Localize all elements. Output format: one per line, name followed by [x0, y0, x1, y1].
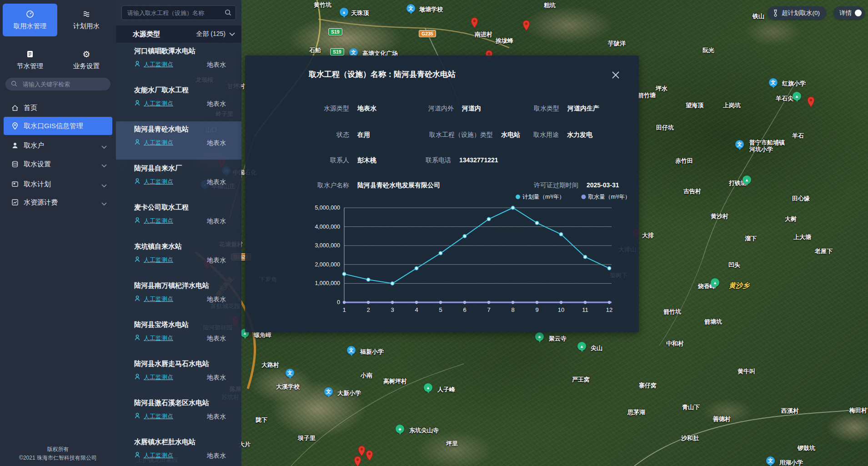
monitor-tag[interactable]: 人工监测点 — [144, 451, 173, 460]
map-marker-school[interactable]: 文 — [766, 456, 775, 465]
chevron-down-icon[interactable] — [101, 181, 107, 189]
nav-tile-取用水管理[interactable]: 取用水管理 — [3, 4, 57, 36]
monitor-tag[interactable]: 人工监测点 — [144, 295, 173, 303]
map-marker-school[interactable]: 文 — [286, 369, 294, 377]
map-marker-red[interactable] — [807, 96, 815, 109]
map-label: 羊石尖 — [776, 95, 793, 102]
list-item[interactable]: 陆河县宝塔水电站 人工监测点 地表水 — [116, 317, 241, 355]
nav-tile-计划用水[interactable]: 计划用水 — [59, 4, 114, 36]
map-marker-green[interactable]: ▲ — [577, 342, 586, 351]
chevron-down-icon[interactable] — [101, 143, 107, 150]
water-type: 地表水 — [207, 61, 226, 69]
sidebar-item-取水口GIS信息管理[interactable]: 取水口GIS信息管理 — [0, 117, 116, 135]
field-label: 取水类型 — [469, 105, 559, 113]
water-type: 地表水 — [207, 100, 226, 108]
list-item[interactable]: 麦卡公司取水工程 人工监测点 地表水 — [116, 200, 241, 238]
monitor-tag[interactable]: 人工监测点 — [144, 412, 173, 421]
map-marker-school[interactable]: 文 — [406, 4, 415, 13]
search-icon[interactable] — [225, 9, 231, 16]
svg-text:11: 11 — [582, 306, 588, 313]
field-联系电话: 联系电话 13432771221 — [361, 156, 498, 165]
svg-text:计划量（m³/年）: 计划量（m³/年） — [522, 194, 565, 200]
intake-name: 东坑镇自来水站 — [134, 242, 182, 251]
svg-text:5: 5 — [439, 306, 442, 313]
monitor-tag[interactable]: 人工监测点 — [144, 60, 173, 69]
pin-glyph: ▲ — [580, 344, 584, 349]
map-label: 吉告村 — [683, 188, 701, 195]
intake-name: 陆河县宝塔水电站 — [134, 321, 189, 329]
map-label: 思茅湖 — [627, 409, 645, 416]
map-marker-green[interactable]: ▲ — [743, 175, 751, 184]
map-label: 小南 — [361, 372, 372, 379]
map-marker-green[interactable]: ▲ — [793, 92, 801, 100]
list-item[interactable]: 陆河县南万镇杞洋水电站 人工监测点 地表水 — [116, 278, 241, 316]
sidebar-item-首页[interactable]: 首页 — [0, 99, 116, 117]
pin-glyph: ▲ — [795, 94, 799, 99]
chevron-down-icon[interactable] — [101, 200, 107, 207]
intake-name: 陆河县水唇走马石水电站 — [134, 360, 209, 368]
field-value: 陆河县青砼水电发展有限公司 — [357, 181, 440, 189]
keyword-search-input[interactable] — [5, 78, 110, 90]
monitor-tag[interactable]: 人工监测点 — [144, 139, 173, 147]
over-plan-intake-button[interactable]: 超计划取水(0) — [768, 6, 826, 20]
chevron-down-icon[interactable] — [101, 161, 107, 169]
sidebar-item-取水设置[interactable]: 取水设置 — [0, 155, 116, 173]
map-marker-school[interactable]: 文 — [324, 387, 333, 396]
map-label: 坪水 — [656, 85, 667, 92]
map-marker-blue[interactable]: ▲ — [340, 8, 348, 16]
filter-value[interactable]: 全部 (125) — [196, 30, 226, 38]
intake-search-input[interactable] — [121, 5, 236, 20]
field-水源类型: 水源类型 地表水 — [259, 105, 376, 113]
copyright-line1: 版权所有 — [0, 445, 116, 454]
map-marker-school[interactable]: 文 — [769, 78, 778, 87]
nav-tile-节水管理[interactable]: 节水管理 — [3, 44, 57, 76]
monitor-tag[interactable]: 人工监测点 — [144, 217, 173, 225]
close-icon[interactable] — [611, 70, 621, 80]
list-item[interactable]: 陆河县青砼水电站 人工监测点 地表水 — [116, 121, 241, 160]
map-marker-red[interactable] — [354, 456, 361, 466]
map-marker-tree[interactable]: ♣ — [535, 332, 544, 341]
sidebar-item-取水计划[interactable]: 取水计划 — [0, 175, 116, 193]
water-type: 地表水 — [207, 178, 226, 186]
detail-toggle[interactable]: 详情 — [833, 6, 865, 20]
field-取水类型: 取水类型 河道内生产 — [469, 105, 599, 113]
intake-name: 陆河县青砼水电站 — [134, 125, 189, 134]
map-marker-school[interactable]: 文 — [347, 346, 356, 355]
map-marker-tree[interactable]: ♣ — [396, 425, 404, 433]
field-value: 水力发电 — [567, 131, 592, 138]
intake-detail-modal: 取水工程（设施）名称：陆河县青砼水电站 水源类型 地表水河道内外 河道内取水类型… — [245, 55, 639, 332]
map-marker-red[interactable] — [471, 17, 478, 30]
nav-tile-业务设置[interactable]: ⚙ 业务设置 — [59, 44, 114, 76]
person-icon — [134, 256, 140, 264]
monitor-tag[interactable]: 人工监测点 — [144, 373, 173, 381]
map-marker-green[interactable]: ▲ — [711, 278, 719, 287]
map-marker-red[interactable] — [522, 20, 530, 33]
person-icon — [134, 217, 140, 225]
list-item[interactable]: 陆河县水唇走马石水电站 人工监测点 地表水 — [116, 356, 241, 394]
map-label: 箭竹塘 — [638, 92, 656, 99]
list-item[interactable]: 陆河县自来水厂 人工监测点 地表水 — [116, 160, 241, 199]
monitor-tag[interactable]: 人工监测点 — [144, 334, 173, 342]
map-marker-school[interactable]: 文 — [735, 140, 744, 149]
chevron-down-icon[interactable] — [229, 32, 235, 36]
person-icon — [134, 60, 140, 69]
sidebar-item-label: 水资源计费 — [24, 198, 58, 207]
sidebar-item-水资源计费[interactable]: 水资源计费 — [0, 193, 116, 211]
list-item[interactable]: 水唇镇水栏肚水电站 人工监测点 地表水 — [116, 434, 241, 466]
monitor-tag[interactable]: 人工监测点 — [144, 100, 173, 108]
person-icon — [134, 412, 140, 421]
map-label: 青山下 — [682, 404, 700, 411]
list-item[interactable]: 东坑镇自来水站 人工监测点 地表水 — [116, 239, 241, 277]
water-source-filter-header[interactable]: 水源类型 全部 (125) — [116, 25, 241, 43]
monitor-tag[interactable]: 人工监测点 — [144, 178, 173, 186]
sidebar-item-取水户[interactable]: 取水户 — [0, 136, 116, 155]
map-marker-red[interactable] — [366, 450, 373, 463]
person-icon — [134, 100, 140, 108]
toggle-knob[interactable] — [855, 10, 862, 16]
map-label: 普宁市船埔镇 河坑小学 — [749, 139, 785, 153]
map-marker-green[interactable]: ▲ — [424, 383, 432, 392]
list-item[interactable]: 友能水厂取水工程 人工监测点 地表水 — [116, 82, 241, 120]
monitor-tag[interactable]: 人工监测点 — [144, 256, 173, 264]
list-item[interactable]: 陆河县激石溪老区水电站 人工监测点 地表水 — [116, 395, 241, 433]
list-item[interactable]: 河口镇唱歌潭水电站 人工监测点 地表水 — [116, 43, 241, 81]
